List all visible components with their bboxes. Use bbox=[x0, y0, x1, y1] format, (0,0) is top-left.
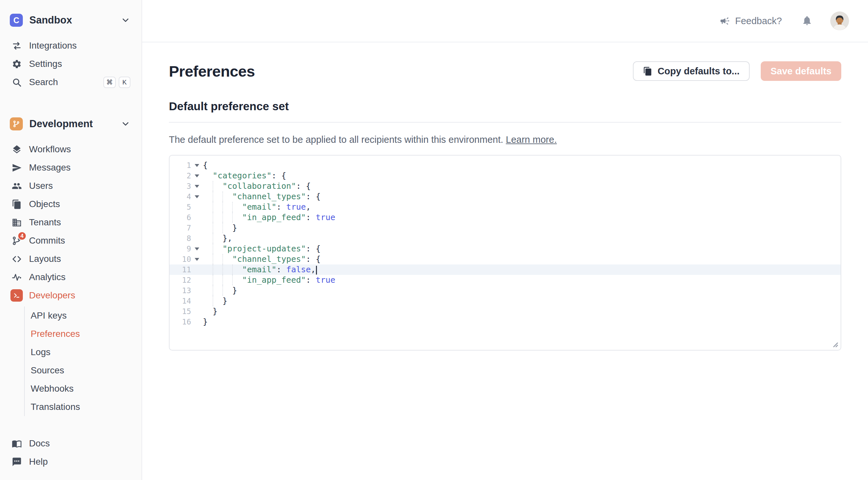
section-description: The default preference set to be applied… bbox=[169, 134, 841, 145]
fold-arrow-icon[interactable] bbox=[191, 195, 203, 198]
sidebar-item-search[interactable]: Search⌘K bbox=[0, 73, 142, 91]
json-punctuation: : { bbox=[272, 171, 286, 180]
copy-defaults-button[interactable]: Copy defaults to... bbox=[633, 61, 750, 81]
editor-line-6[interactable]: 6"in_app_feed": true bbox=[169, 212, 841, 223]
sidebar-subitem-api-keys[interactable]: API keys bbox=[31, 306, 142, 325]
nav-item-label: Docs bbox=[29, 438, 50, 449]
sidebar-item-docs[interactable]: Docs bbox=[0, 434, 142, 453]
sidebar-item-messages[interactable]: Messages bbox=[0, 158, 142, 177]
indent-space bbox=[203, 265, 213, 275]
json-punctuation: : bbox=[306, 213, 316, 222]
indent-guide bbox=[232, 212, 242, 223]
indent-space bbox=[203, 223, 213, 233]
sidebar-item-commits[interactable]: 4Commits bbox=[0, 232, 142, 250]
editor-line-4[interactable]: 4"channel_types": { bbox=[169, 191, 841, 202]
subnav-item-label: Translations bbox=[31, 402, 80, 412]
indent-guide bbox=[222, 285, 232, 296]
notifications-button[interactable] bbox=[800, 15, 814, 27]
json-key: "channel_types" bbox=[232, 254, 306, 264]
fold-arrow-icon[interactable] bbox=[191, 175, 203, 177]
nav-item-label: Developers bbox=[29, 290, 75, 301]
nav-item-label: Objects bbox=[29, 199, 60, 209]
editor-line-5[interactable]: 5"email": true, bbox=[169, 202, 841, 212]
editor-line-14[interactable]: 14} bbox=[169, 296, 841, 306]
code-text: } bbox=[203, 296, 227, 306]
sidebar-item-tenants[interactable]: Tenants bbox=[0, 213, 142, 232]
sidebar-item-users[interactable]: Users bbox=[0, 177, 142, 195]
editor-line-9[interactable]: 9"project-updates": { bbox=[169, 244, 841, 254]
json-punctuation: } bbox=[203, 317, 208, 326]
json-punctuation: } bbox=[232, 286, 237, 295]
line-number: 16 bbox=[169, 318, 191, 326]
indent-guide bbox=[222, 202, 232, 212]
fold-triangle bbox=[195, 258, 199, 261]
fold-arrow-icon[interactable] bbox=[191, 258, 203, 261]
sidebar-subitem-logs[interactable]: Logs bbox=[31, 343, 142, 361]
learn-more-link[interactable]: Learn more. bbox=[506, 134, 557, 145]
editor-line-12[interactable]: 12"in_app_feed": true bbox=[169, 275, 841, 285]
json-editor[interactable]: 1{2"categories": {3"collaboration": {4"c… bbox=[169, 155, 841, 351]
account-name: Sandbox bbox=[29, 14, 114, 26]
sidebar-item-workflows[interactable]: Workflows bbox=[0, 140, 142, 158]
editor-line-11[interactable]: 11"email": false, bbox=[169, 265, 841, 275]
resize-handle-icon[interactable] bbox=[830, 339, 839, 348]
editor-line-8[interactable]: 8}, bbox=[169, 233, 841, 244]
indent-guide bbox=[232, 265, 242, 275]
indent-space bbox=[203, 254, 213, 265]
feedback-button[interactable]: Feedback? bbox=[718, 15, 784, 27]
sidebar-subitem-sources[interactable]: Sources bbox=[31, 361, 142, 380]
sidebar-subitem-webhooks[interactable]: Webhooks bbox=[31, 380, 142, 398]
line-number: 1 bbox=[169, 161, 191, 170]
fold-arrow-icon[interactable] bbox=[191, 247, 203, 250]
sidebar-top-nav: IntegrationsSettingsSearch⌘K bbox=[0, 36, 142, 91]
json-boolean: false bbox=[286, 265, 311, 274]
editor-line-10[interactable]: 10"channel_types": { bbox=[169, 254, 841, 265]
json-punctuation: , bbox=[311, 265, 316, 274]
editor-line-7[interactable]: 7} bbox=[169, 223, 841, 233]
fold-triangle bbox=[195, 247, 199, 250]
users-icon bbox=[10, 180, 23, 192]
editor-line-2[interactable]: 2"categories": { bbox=[169, 171, 841, 181]
user-avatar[interactable] bbox=[830, 11, 849, 30]
code-text: } bbox=[203, 306, 217, 317]
sidebar-item-help[interactable]: Help bbox=[0, 453, 142, 471]
line-number: 5 bbox=[169, 203, 191, 211]
keycap-k: K bbox=[119, 77, 130, 88]
sidebar-subitem-translations[interactable]: Translations bbox=[31, 398, 142, 416]
editor-line-1[interactable]: 1{ bbox=[169, 160, 841, 171]
sidebar-item-analytics[interactable]: Analytics bbox=[0, 268, 142, 286]
sidebar-item-developers[interactable]: Developers bbox=[0, 286, 142, 305]
fold-arrow-icon[interactable] bbox=[191, 185, 203, 188]
code-text: } bbox=[203, 285, 237, 296]
save-defaults-button[interactable]: Save defaults bbox=[761, 61, 841, 81]
sidebar-item-objects[interactable]: Objects bbox=[0, 195, 142, 213]
sidebar-item-layouts[interactable]: Layouts bbox=[0, 250, 142, 268]
indent-guide bbox=[213, 233, 222, 244]
indent-space bbox=[203, 306, 213, 317]
editor-line-3[interactable]: 3"collaboration": { bbox=[169, 181, 841, 191]
fold-arrow-icon[interactable] bbox=[191, 164, 203, 167]
json-punctuation: : { bbox=[296, 181, 311, 191]
editor-line-13[interactable]: 13} bbox=[169, 285, 841, 296]
environment-switcher[interactable]: Development bbox=[0, 116, 142, 132]
sidebar-item-settings[interactable]: Settings bbox=[0, 55, 142, 73]
json-boolean: true bbox=[316, 275, 335, 285]
subnav-item-label: Sources bbox=[31, 365, 64, 376]
json-key: "collaboration" bbox=[222, 181, 296, 191]
editor-line-16[interactable]: 16} bbox=[169, 317, 841, 327]
sidebar-item-integrations[interactable]: Integrations bbox=[0, 36, 142, 55]
json-punctuation: : bbox=[306, 275, 316, 285]
editor-line-15[interactable]: 15} bbox=[169, 306, 841, 317]
json-punctuation: }, bbox=[222, 234, 232, 243]
account-switcher[interactable]: C Sandbox bbox=[0, 12, 142, 28]
indent-guide bbox=[222, 254, 232, 265]
code-text: "collaboration": { bbox=[203, 181, 311, 191]
topbar: Feedback? bbox=[142, 0, 868, 42]
description-text: The default preference set to be applied… bbox=[169, 134, 503, 145]
app-window: C Sandbox IntegrationsSettingsSearch⌘K D… bbox=[0, 0, 868, 480]
objects-icon bbox=[10, 198, 23, 210]
subnav-item-label: Logs bbox=[31, 347, 51, 357]
sidebar-subitem-preferences[interactable]: Preferences bbox=[31, 325, 142, 343]
line-number: 13 bbox=[169, 286, 191, 295]
main-area: Feedback? Preferences bbox=[142, 0, 868, 480]
